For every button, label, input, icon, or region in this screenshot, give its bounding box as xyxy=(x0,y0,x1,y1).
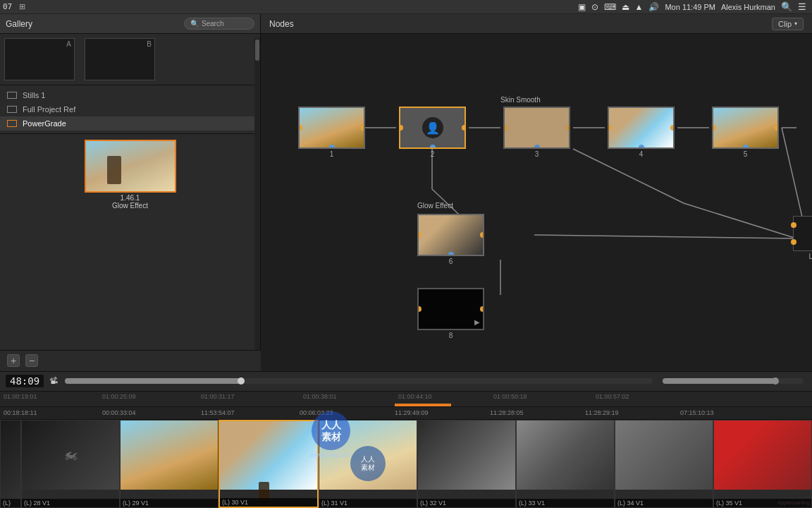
node-2-left-connector xyxy=(399,125,403,131)
progress-thumb-right[interactable] xyxy=(772,377,779,385)
gallery-thumb-b[interactable]: B xyxy=(85,38,155,80)
clip-28[interactable]: 🏍 (L) 28 V1 xyxy=(21,420,120,508)
layer-node-box xyxy=(793,216,812,251)
ruler-mark-2: 01:00:25:09 xyxy=(102,393,136,400)
svg-line-7 xyxy=(534,235,796,238)
sidebar-bottom: + − xyxy=(0,350,261,371)
clip-33-thumb xyxy=(517,421,614,490)
clip-34[interactable]: (L) 34 V1 xyxy=(615,420,713,508)
stills1-icon xyxy=(7,92,17,99)
svg-line-11 xyxy=(684,203,796,238)
node-3-box xyxy=(503,107,570,149)
clip-35-label: (L) 35 V1 xyxy=(714,499,811,507)
ruler-mark-7: 01:00:57:02 xyxy=(596,393,629,400)
clip-33[interactable]: (L) 33 V1 xyxy=(516,420,615,508)
tc-6: 11:28:28:05 xyxy=(490,409,524,416)
node-4-bottom-connector xyxy=(639,145,644,149)
timeline-area: 48:09 📽 01:00:19:01 01:00:25:09 01:00:31… xyxy=(0,371,812,508)
timeline-progress-right[interactable] xyxy=(663,378,804,384)
search-placeholder: Search xyxy=(202,20,224,28)
layer-label: Layer xyxy=(808,253,812,260)
progress-thumb[interactable] xyxy=(238,377,245,385)
timeline-progress[interactable] xyxy=(65,378,653,384)
ruler-mark-5: 01:00:44:10 xyxy=(398,393,432,400)
clip-selector[interactable]: Clip ▾ xyxy=(772,18,804,30)
menu-icon[interactable]: ☰ xyxy=(798,1,806,12)
node-2-right-connector xyxy=(462,125,466,131)
menu-bar-right: ▣ ⊙ ⌨ ⏏ ▲ 🔊 Mon 11:49 PM Alexis Hurkman … xyxy=(578,1,806,12)
ruler-mark-6: 01:00:50:18 xyxy=(493,393,527,400)
app-timecode: 07 xyxy=(3,2,12,11)
gallery-sidebar: Gallery 🔍 Search A B xyxy=(0,14,261,371)
node-6-right-connector xyxy=(480,232,484,238)
search-box[interactable]: 🔍 Search xyxy=(184,18,254,30)
node-1-number: 1 xyxy=(330,150,334,158)
node-8-number: 8 xyxy=(449,332,453,339)
powergrade-icon xyxy=(7,120,17,127)
skin-smooth-label: Skin Smooth xyxy=(500,96,541,104)
clip-row: (L) 🏍 (L) 28 V1 (L) 29 V1 xyxy=(0,420,812,508)
sidebar-scrollbar[interactable] xyxy=(254,38,260,371)
node-5-bottom-connector xyxy=(743,145,749,149)
watermark-area: 人人素材 www.rr-sc.com xyxy=(310,411,352,459)
node-5[interactable]: 5 xyxy=(712,107,779,158)
node-2-number: 2 xyxy=(431,150,435,158)
node-5-right-connector xyxy=(775,125,779,131)
node-2-box: 👤 xyxy=(399,107,466,149)
gallery-thumb-a[interactable]: A xyxy=(4,38,75,80)
node-8-right-connector xyxy=(480,306,484,312)
powergrade-thumb-img[interactable] xyxy=(85,140,176,193)
powergrade-thumb-version: 1.46.1 xyxy=(121,194,140,202)
node-1[interactable]: 1 xyxy=(298,107,365,158)
nodes-title: Nodes xyxy=(269,19,294,29)
node-8-box: ▶ xyxy=(417,288,484,330)
gallery-thumbs: A B xyxy=(0,34,260,85)
ruler-mark-3: 01:00:31:17 xyxy=(201,393,235,400)
layer-left-conn-2 xyxy=(791,239,796,245)
gallery-title: Gallery xyxy=(6,19,178,29)
menu-bar-left: 07 ⊞ xyxy=(0,2,25,11)
clip-35[interactable]: rippletraining (L) 35 V1 xyxy=(713,420,812,508)
ruler-mark-4: 01:00:38:01 xyxy=(303,393,337,400)
clip-30[interactable]: (L) 30 V1 xyxy=(219,420,319,508)
clip-30-label: (L) 30 V1 xyxy=(220,498,317,507)
clip-28-label: (L) 28 V1 xyxy=(22,499,119,507)
search-icon[interactable]: 🔍 xyxy=(781,1,792,12)
clip-31-label: (L) 31 V1 xyxy=(319,499,417,507)
clip-34-label: (L) 34 V1 xyxy=(615,499,713,507)
remove-button[interactable]: − xyxy=(25,354,38,367)
clip-32-label: (L) 32 V1 xyxy=(418,499,515,507)
monitor-icon: ▣ xyxy=(578,2,586,12)
node-8[interactable]: ▶ 8 xyxy=(417,288,484,339)
node-4-box xyxy=(608,107,675,149)
powergrade-item[interactable]: PowerGrade xyxy=(0,116,260,131)
clip-34-thumb xyxy=(615,421,713,490)
node-graph[interactable]: 1 👤 2 Skin Smooth xyxy=(261,34,812,371)
wifi-icon: ⊙ xyxy=(591,2,598,12)
node-2[interactable]: 👤 2 xyxy=(399,107,466,158)
node-1-left-connector xyxy=(298,125,302,131)
node-3[interactable]: 3 xyxy=(503,107,570,158)
fullref-icon xyxy=(7,106,17,113)
node-3-bottom-connector xyxy=(534,145,540,149)
add-button[interactable]: + xyxy=(7,354,20,367)
layer-node[interactable]: Layer xyxy=(793,216,812,260)
grid-icon: ⊞ xyxy=(19,2,25,11)
clip-29-thumb xyxy=(121,421,218,490)
node-4[interactable]: 4 xyxy=(608,107,675,158)
node-8-left-connector xyxy=(417,306,422,312)
clip-32[interactable]: (L) 32 V1 xyxy=(417,420,516,508)
timecode-display: 48:09 xyxy=(6,375,44,387)
tc-8: 07:15:10:13 xyxy=(680,409,714,416)
fullref-item[interactable]: Full Project Ref xyxy=(0,102,260,116)
clip-29[interactable]: (L) 29 V1 xyxy=(120,420,219,508)
node-6-box xyxy=(417,214,484,256)
node-6-number: 6 xyxy=(449,258,453,265)
clip-30-thumb xyxy=(220,421,317,490)
fullref-label: Full Project Ref xyxy=(23,105,75,114)
clip-0-partial[interactable]: (L) xyxy=(0,420,21,508)
clip-32-thumb xyxy=(418,421,515,490)
datetime: Mon 11:49 PM xyxy=(665,3,715,11)
stills1-item[interactable]: Stills 1 xyxy=(0,88,260,102)
node-6[interactable]: 6 xyxy=(417,214,484,265)
